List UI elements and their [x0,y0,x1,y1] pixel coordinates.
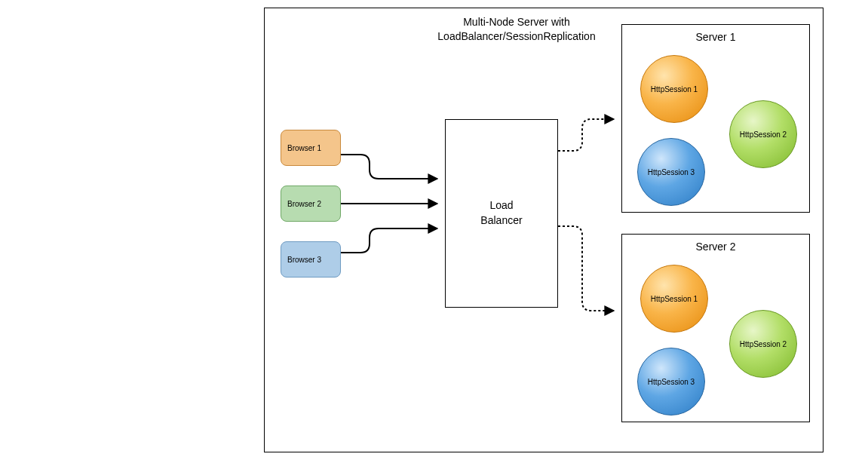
lb-line2: Balancer [480,214,522,226]
browser-1: Browser 1 [281,130,341,166]
server-1-session-3-label: HttpSession 3 [648,168,695,176]
server-1-session-2-label: HttpSession 2 [740,130,787,139]
server-2-session-1: HttpSession 1 [640,265,708,333]
server-2-title: Server 2 [622,241,809,253]
lb-line1: Load [489,199,513,211]
server-2-box: Server 2 HttpSession 1 HttpSession 2 Htt… [621,234,810,422]
load-balancer-label: Load Balancer [480,198,522,228]
server-2-session-2: HttpSession 2 [729,310,797,378]
diagram-canvas: Multi-Node Server with LoadBalancer/Sess… [0,0,868,460]
server-1-title: Server 1 [622,31,809,43]
server-1-session-1: HttpSession 1 [640,55,708,123]
server-1-session-2: HttpSession 2 [729,100,797,168]
browser-3-label: Browser 3 [287,256,321,264]
title-line1: Multi-Node Server with [463,16,570,28]
browser-2: Browser 2 [281,186,341,222]
load-balancer-box: Load Balancer [445,119,558,308]
browser-1-label: Browser 1 [287,144,321,152]
server-2-session-3-label: HttpSession 3 [648,378,695,386]
server-1-session-3: HttpSession 3 [637,138,705,206]
server-2-session-1-label: HttpSession 1 [651,295,698,303]
diagram-title: Multi-Node Server with LoadBalancer/Sess… [419,15,615,44]
server-2-session-3: HttpSession 3 [637,348,705,416]
title-line2: LoadBalancer/SessionReplication [437,30,595,42]
server-1-box: Server 1 HttpSession 1 HttpSession 2 Htt… [621,24,810,213]
browser-3: Browser 3 [281,241,341,278]
server-1-session-1-label: HttpSession 1 [651,85,698,94]
browser-2-label: Browser 2 [287,200,321,208]
server-2-session-2-label: HttpSession 2 [740,340,787,348]
